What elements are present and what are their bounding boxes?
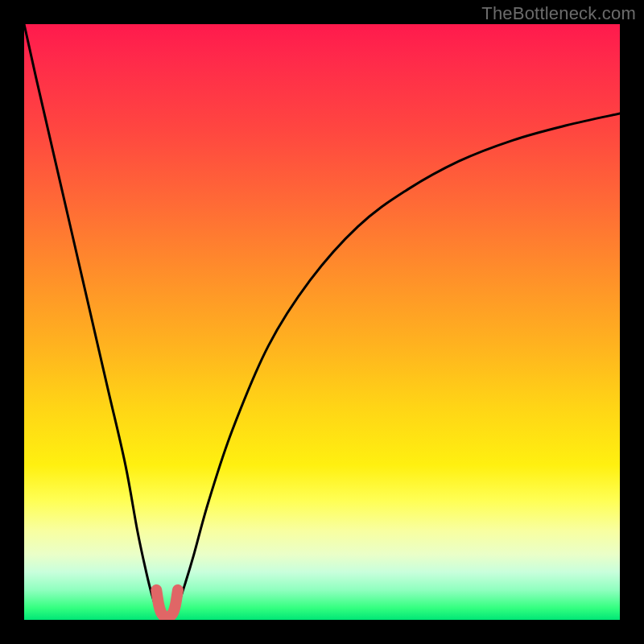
watermark-text: TheBottleneck.com bbox=[481, 3, 636, 24]
plot-area bbox=[24, 24, 620, 620]
chart-frame: TheBottleneck.com bbox=[0, 0, 644, 644]
curve-left-branch bbox=[24, 24, 160, 614]
curve-valley-highlight bbox=[156, 590, 178, 617]
curve-right-branch bbox=[174, 114, 620, 614]
curve-layer bbox=[24, 24, 620, 620]
